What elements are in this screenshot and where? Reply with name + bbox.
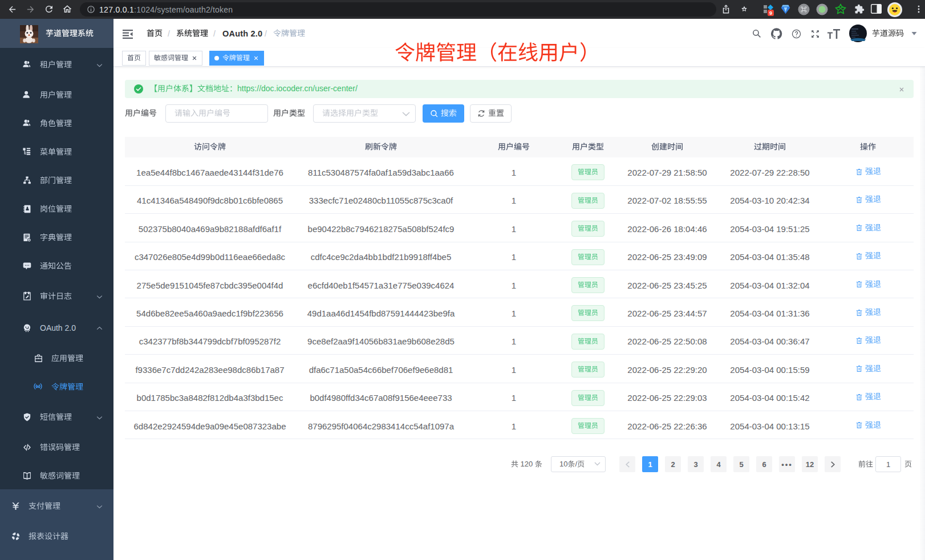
svg-text:120: 120 (521, 460, 533, 468)
svg-text:OAuth: OAuth (40, 323, 63, 332)
svg-text:10: 10 (559, 460, 567, 468)
svg-text:2.0: 2.0 (65, 323, 76, 332)
svg-text:a: a (36, 384, 39, 389)
svg-text:https://doc.iocoder.cn/user-ce: https://doc.iocoder.cn/user-center/ (237, 84, 358, 93)
svg-text:9: 9 (769, 10, 772, 16)
svg-text:/: / (575, 460, 577, 468)
